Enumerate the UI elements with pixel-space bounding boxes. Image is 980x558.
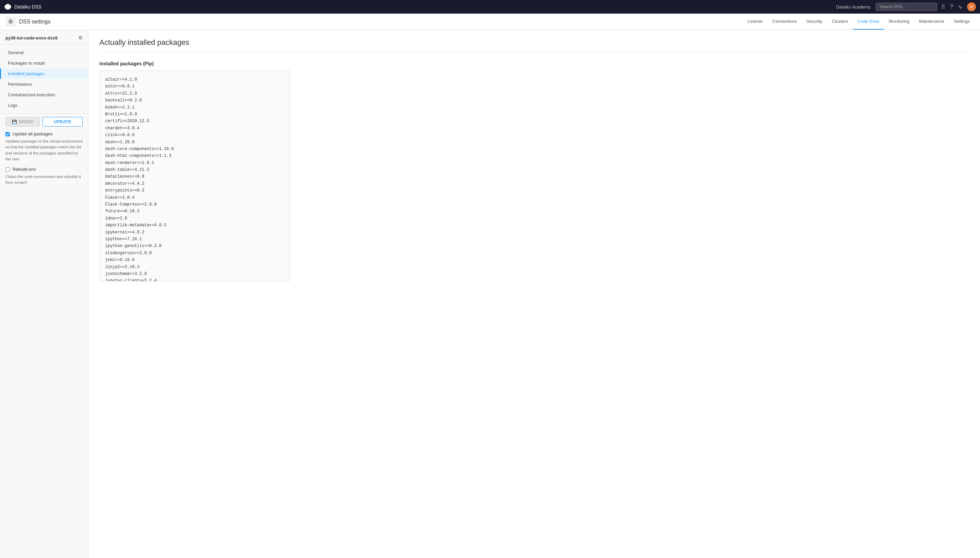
package-item: decorator==4.4.2 — [105, 181, 284, 187]
avatar[interactable]: U — [967, 2, 976, 11]
section-title: Installed packages (Pip) — [99, 61, 969, 66]
package-item: altair==4.1.0 — [105, 76, 284, 83]
nav-security[interactable]: Security — [802, 14, 827, 30]
gear-icon[interactable]: ⚙ — [78, 35, 83, 41]
package-item: dash-table==4.11.3 — [105, 166, 284, 173]
nav-settings[interactable]: Settings — [949, 14, 975, 30]
layout: py36-tut-code-envs-dss9 ⚙ General Packag… — [0, 30, 980, 558]
package-item: dash==1.20.0 — [105, 139, 284, 146]
nav-connections[interactable]: Connections — [767, 14, 801, 30]
saved-button: 💾 SAVED! — [5, 117, 40, 126]
package-item: ipykernel==4.8.2 — [105, 229, 284, 236]
app-name: Dataiku DSS — [14, 4, 41, 10]
saved-label: SAVED! — [19, 120, 33, 124]
package-item: dash-core-components==1.16.0 — [105, 146, 284, 153]
rebuild-env-desc: Clears the code environment and rebuilds… — [5, 174, 83, 186]
help-icon[interactable]: ? — [950, 4, 953, 10]
update-button[interactable]: UPDATE — [43, 117, 83, 126]
navbar-title: DSS settings — [19, 19, 50, 25]
sidebar-item-installed-packages[interactable]: Installed packages — [0, 68, 88, 79]
package-item: astor==0.8.1 — [105, 83, 284, 90]
analytics-icon[interactable]: ∿ — [958, 4, 962, 10]
package-item: Flask==1.0.4 — [105, 194, 284, 201]
package-item: ipython==7.16.1 — [105, 236, 284, 243]
sidebar-actions: 💾 SAVED! UPDATE Update all packages Upda… — [0, 113, 88, 194]
package-item: chardet==3.0.4 — [105, 125, 284, 132]
package-item: Brotli==1.0.9 — [105, 111, 284, 118]
package-item: Flask-Compress==1.9.0 — [105, 201, 284, 208]
env-name: py36-tut-code-envs-dss9 — [5, 35, 57, 41]
sidebar: py36-tut-code-envs-dss9 ⚙ General Packag… — [0, 30, 89, 558]
package-item: dash-html-components==1.1.3 — [105, 153, 284, 159]
update-all-row: Update all packages — [5, 131, 83, 136]
sidebar-nav: General Packages to install Installed pa… — [0, 44, 88, 113]
update-all-label[interactable]: Update all packages — [13, 131, 53, 136]
topbar-icons: ⠿ ? ∿ U — [941, 2, 976, 11]
update-all-checkbox[interactable] — [5, 132, 10, 136]
sidebar-header: py36-tut-code-envs-dss9 ⚙ — [0, 30, 88, 44]
nav-monitoring[interactable]: Monitoring — [884, 14, 914, 30]
logo-icon — [4, 3, 11, 11]
navbar: ⚙ DSS settings License Connections Secur… — [0, 14, 980, 30]
rebuild-env-checkbox[interactable] — [5, 167, 10, 172]
package-item: future==0.18.2 — [105, 208, 284, 215]
grid-icon[interactable]: ⠿ — [941, 4, 945, 10]
sidebar-item-logs[interactable]: Logs — [0, 100, 88, 111]
nav-code-envs[interactable]: Code Envs — [853, 14, 884, 30]
sidebar-item-containerized-execution[interactable]: Containerized execution — [0, 89, 88, 100]
nav-clusters[interactable]: Clusters — [827, 14, 853, 30]
nav-maintenance[interactable]: Maintenance — [914, 14, 949, 30]
topbar: Dataiku DSS Dataiku Academy ⠿ ? ∿ U — [0, 0, 980, 14]
package-item: idna==2.8 — [105, 215, 284, 222]
nav-license[interactable]: License — [743, 14, 768, 30]
package-item: itsdangerous==2.0.0 — [105, 250, 284, 256]
package-item: entrypoints==0.3 — [105, 187, 284, 194]
action-buttons: 💾 SAVED! UPDATE — [5, 117, 83, 126]
settings-icon: ⚙ — [5, 17, 16, 27]
page-title: Actually installed packages — [99, 38, 969, 53]
package-item: attrs==21.2.0 — [105, 90, 284, 97]
package-item: backcall==0.2.0 — [105, 97, 284, 104]
sidebar-item-permissions[interactable]: Permissions — [0, 79, 88, 89]
search-input[interactable] — [876, 3, 937, 11]
svg-marker-0 — [5, 4, 11, 10]
package-item: dash-renderer==1.9.1 — [105, 159, 284, 166]
sidebar-item-packages-to-install[interactable]: Packages to install — [0, 58, 88, 68]
rebuild-env-label[interactable]: Rebuild env — [13, 167, 36, 172]
package-item: jupyter-client==5.2.4 — [105, 277, 284, 281]
navbar-brand: ⚙ DSS settings — [5, 17, 50, 27]
package-item: dataclasses==0.8 — [105, 173, 284, 180]
package-item: importlib-metadata==4.0.1 — [105, 222, 284, 229]
app-logo: Dataiku DSS — [4, 3, 41, 11]
package-item: jedi==0.18.0 — [105, 256, 284, 263]
package-item: click==8.0.0 — [105, 132, 284, 138]
package-item: jsonschema==3.2.0 — [105, 271, 284, 277]
package-item: Jinja2==2.10.3 — [105, 264, 284, 271]
navbar-nav: License Connections Security Clusters Co… — [743, 14, 975, 30]
rebuild-env-row: Rebuild env — [5, 167, 83, 172]
update-all-desc: Updates packages in the virtual environm… — [5, 138, 83, 162]
package-item: certifi==2020.12.5 — [105, 118, 284, 125]
saved-icon: 💾 — [12, 120, 17, 124]
sidebar-item-general[interactable]: General — [0, 47, 88, 58]
package-item: ipython-genutils==0.2.0 — [105, 243, 284, 249]
academy-label[interactable]: Dataiku Academy — [836, 5, 870, 10]
package-item: bokeh==2.3.1 — [105, 104, 284, 111]
main-content: Actually installed packages Installed pa… — [89, 30, 980, 558]
packages-box[interactable]: altair==4.1.0astor==0.8.1attrs==21.2.0ba… — [99, 71, 290, 281]
